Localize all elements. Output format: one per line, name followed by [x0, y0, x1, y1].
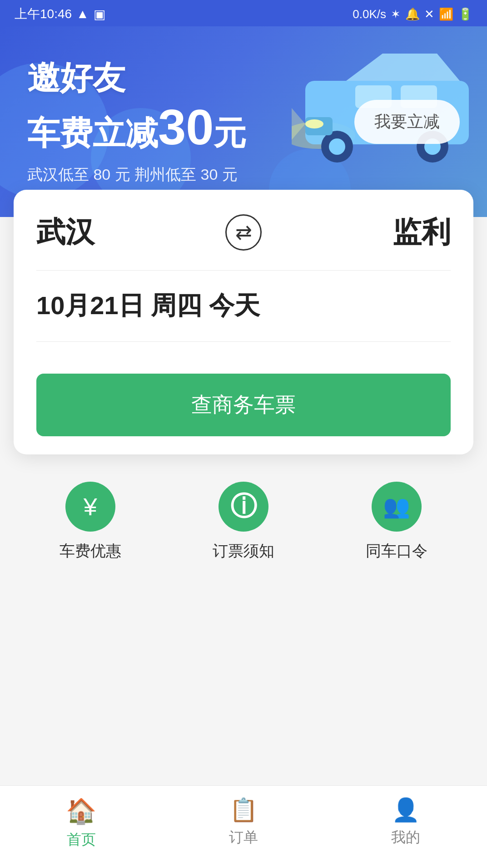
banner-text: 邀好友 车费立减30元 武汉低至 80 元 荆州低至 30 元 [27, 58, 336, 185]
svg-marker-2 [346, 54, 460, 81]
booking-notice-label: 订票须知 [213, 541, 274, 562]
alarm-icon: 🔔 [405, 7, 420, 21]
status-bar: 上午10:46 ▲ ▣ 0.0K/s ✶ 🔔 ✕ 📶 🔋 [0, 0, 487, 26]
fare-discount-icon: ¥ [65, 482, 115, 532]
home-label: 首页 [67, 830, 96, 850]
status-time: 上午10:46 [15, 5, 72, 23]
mine-label: 我的 [391, 828, 420, 848]
bottom-nav: 🏠 首页 📋 订单 👤 我的 [0, 785, 487, 868]
search-button[interactable]: 查商务车票 [36, 374, 451, 436]
to-city[interactable]: 监利 [393, 212, 451, 252]
status-left: 上午10:46 ▲ ▣ [15, 5, 105, 23]
nav-home[interactable]: 🏠 首页 [36, 797, 127, 850]
date-row[interactable]: 10月21日 周四 今天 [36, 271, 451, 342]
discount-button[interactable]: 我要立减 [354, 100, 460, 144]
banner-subtitle: 武汉低至 80 元 荆州低至 30 元 [27, 164, 336, 185]
battery-icon: 🔋 [458, 7, 472, 21]
swap-button[interactable]: ⇄ [225, 214, 262, 251]
banner-line1: 邀好友 [27, 58, 336, 97]
car-password-label: 同车口令 [366, 541, 427, 562]
route-row: 武汉 ⇄ 监利 [36, 212, 451, 271]
promo-banner: 邀好友 车费立减30元 武汉低至 80 元 荆州低至 30 元 我要立减 [0, 26, 487, 217]
banner-line2-suffix: 元 [214, 115, 246, 151]
nav-orders[interactable]: 📋 订单 [198, 797, 289, 850]
banner-discount-num: 30 [158, 99, 214, 155]
banner-line2-prefix: 车费立减 [27, 115, 158, 151]
sim-icon: ▣ [94, 7, 105, 22]
close-icon: ✕ [424, 7, 434, 21]
bluetooth-icon: ✶ [391, 7, 401, 21]
fare-discount-item[interactable]: ¥ 车费优惠 [60, 482, 121, 562]
banner-line2: 车费立减30元 [27, 97, 336, 157]
icon-menu: ¥ 车费优惠 ⓘ 订票须知 👥 同车口令 [0, 454, 487, 580]
warning-icon: ▲ [76, 7, 89, 21]
booking-card: 武汉 ⇄ 监利 10月21日 周四 今天 查商务车票 [14, 190, 473, 454]
from-city[interactable]: 武汉 [36, 212, 94, 252]
home-icon: 🏠 [66, 797, 96, 825]
network-speed: 0.0K/s [353, 7, 386, 21]
swap-icon: ⇄ [235, 221, 252, 244]
orders-label: 订单 [229, 828, 258, 848]
car-password-icon: 👥 [372, 482, 422, 532]
selected-date: 10月21日 周四 今天 [36, 291, 260, 320]
booking-notice-item[interactable]: ⓘ 订票须知 [213, 482, 274, 562]
mine-icon: 👤 [392, 797, 420, 823]
nav-mine[interactable]: 👤 我的 [360, 797, 451, 850]
wifi-icon: 📶 [439, 7, 453, 21]
orders-icon: 📋 [229, 797, 258, 823]
car-password-item[interactable]: 👥 同车口令 [366, 482, 427, 562]
status-right: 0.0K/s ✶ 🔔 ✕ 📶 🔋 [353, 7, 472, 21]
fare-discount-label: 车费优惠 [60, 541, 121, 562]
booking-notice-icon: ⓘ [219, 482, 268, 532]
passenger-row[interactable] [36, 342, 451, 369]
